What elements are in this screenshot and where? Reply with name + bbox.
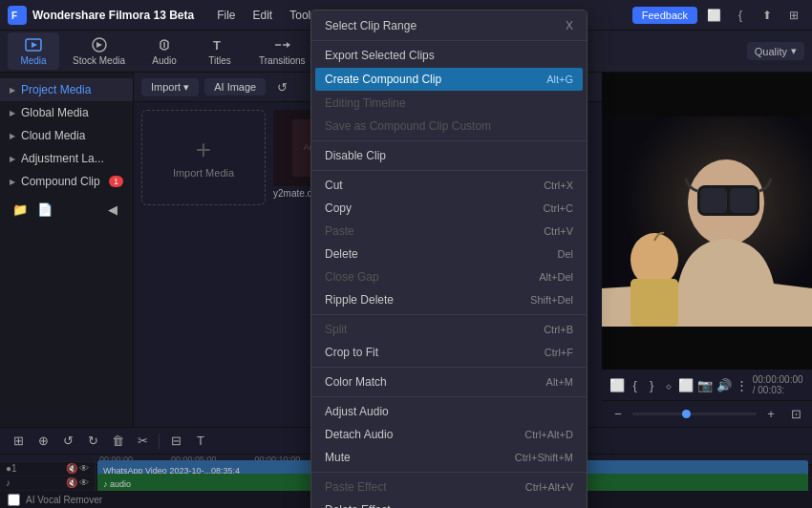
ctx-item-cut[interactable]: CutCtrl+X bbox=[311, 174, 587, 197]
app-title: Wondershare Filmora 13 Beta bbox=[32, 9, 194, 22]
top-right-controls: Feedback ⬜ { ⬆ ⊞ bbox=[632, 5, 804, 26]
preview-settings-icon[interactable]: ⋮ bbox=[736, 374, 748, 395]
ctx-item-export-selected-clips[interactable]: Export Selected Clips bbox=[311, 44, 587, 67]
ctx-divider-16 bbox=[311, 367, 587, 368]
ctx-item-color-match[interactable]: Color MatchAlt+M bbox=[311, 370, 587, 393]
text-tool-icon[interactable]: T bbox=[190, 431, 211, 452]
tool-titles[interactable]: T Titles bbox=[194, 32, 246, 70]
ctx-item-delete-effect[interactable]: Delete Effect bbox=[311, 498, 587, 508]
ctx-item-paste: PasteCtrl+V bbox=[311, 220, 587, 243]
zoom-handle[interactable] bbox=[682, 410, 691, 418]
app-logo: F Wondershare Filmora 13 Beta bbox=[8, 6, 194, 25]
preview-screen-icon[interactable]: ⬜ bbox=[678, 374, 694, 395]
divider bbox=[159, 434, 160, 449]
svg-marker-6 bbox=[287, 42, 290, 48]
ai-image-button[interactable]: AI Image bbox=[204, 78, 266, 95]
magnet-icon[interactable]: ⊕ bbox=[32, 431, 53, 452]
ai-vocal-checkbox[interactable] bbox=[8, 494, 20, 506]
ctx-item-detach-audio[interactable]: Detach AudioCtrl+Alt+D bbox=[311, 423, 587, 446]
timeline-tracks: ●1 🔇 👁 ♪ 🔇 👁 bbox=[0, 455, 96, 491]
delete-icon[interactable]: 🗑 bbox=[107, 431, 128, 452]
track-1-number: ●1 bbox=[6, 463, 17, 474]
tool-transitions[interactable]: Transitions bbox=[249, 32, 315, 70]
split-icon[interactable]: ⊟ bbox=[165, 431, 186, 452]
upload-icon[interactable]: ⬆ bbox=[757, 5, 778, 26]
ctx-item-split: SplitCtrl+B bbox=[311, 318, 587, 341]
ctx-item-mute[interactable]: MuteCtrl+Shift+M bbox=[311, 446, 587, 469]
preview-crop-icon[interactable]: ⬜ bbox=[609, 374, 625, 395]
zoom-slider[interactable] bbox=[632, 413, 757, 415]
tool-stock-media[interactable]: Stock Media bbox=[63, 32, 135, 70]
sidebar-item-global-media[interactable]: ▶ Global Media bbox=[0, 101, 133, 124]
monitor-icon[interactable]: ⬜ bbox=[703, 5, 724, 26]
sidebar-file-icon[interactable]: 📄 bbox=[34, 199, 55, 220]
context-menu-close[interactable]: X bbox=[566, 19, 573, 32]
chevron-down-icon: ▾ bbox=[791, 45, 797, 57]
preview-screenshot-icon[interactable]: 📷 bbox=[697, 374, 713, 395]
sidebar-item-compound-clip[interactable]: ▶ Compound Clip 1 bbox=[0, 170, 133, 193]
zoom-in-icon[interactable]: + bbox=[760, 404, 781, 425]
sidebar-adjustment-label: Adjustment La... bbox=[21, 152, 104, 165]
sidebar-collapse-icon[interactable]: ◀ bbox=[102, 199, 123, 220]
ctx-item-delete[interactable]: DeleteDel bbox=[311, 243, 587, 265]
audio-icon bbox=[156, 36, 173, 53]
bracket-icon[interactable]: { bbox=[730, 5, 751, 26]
refresh-icon[interactable]: ↺ bbox=[271, 76, 292, 97]
sidebar-item-project-media[interactable]: ▶ Project Media bbox=[0, 78, 133, 101]
ctx-divider-6 bbox=[311, 170, 587, 171]
sidebar-item-adjustment-la[interactable]: ▶ Adjustment La... bbox=[0, 147, 133, 170]
ctx-item-adjust-audio[interactable]: Adjust Audio bbox=[311, 400, 587, 423]
ctx-divider-4 bbox=[311, 140, 587, 141]
tool-audio[interactable]: Audio bbox=[139, 32, 190, 70]
titles-icon: T bbox=[211, 36, 228, 53]
import-media-box[interactable]: + Import Media bbox=[141, 110, 266, 205]
zoom-out-icon[interactable]: − bbox=[608, 404, 629, 425]
ctx-item-editing-timeline: Editing Timeline bbox=[311, 92, 587, 115]
ctx-item-disable-clip[interactable]: Disable Clip bbox=[311, 144, 587, 167]
ctx-item-paste-effect: Paste EffectCtrl+Alt+V bbox=[311, 476, 587, 498]
undo-group-icon[interactable]: ⊞ bbox=[8, 431, 29, 452]
import-button[interactable]: Import ▾ bbox=[141, 78, 199, 96]
feedback-button[interactable]: Feedback bbox=[632, 7, 697, 24]
sidebar-project-media-label: Project Media bbox=[21, 83, 91, 96]
preview-timecode: 00:00:00:00 / 00:03: bbox=[753, 374, 804, 395]
track-2-visible-icon[interactable]: 👁 bbox=[79, 477, 89, 488]
ctx-item-crop-to-fit[interactable]: Crop to FitCtrl+F bbox=[311, 341, 587, 364]
filmora-icon: F bbox=[8, 6, 27, 25]
preview-audio-icon[interactable]: 🔊 bbox=[716, 374, 732, 395]
svg-marker-3 bbox=[32, 42, 37, 48]
ctx-item-ripple-delete[interactable]: Ripple DeleteShift+Del bbox=[311, 288, 587, 311]
compound-clip-badge: 1 bbox=[109, 176, 123, 187]
ai-vocal-label[interactable]: AI Vocal Remover bbox=[26, 495, 102, 505]
track-2-mute-icon[interactable]: 🔇 bbox=[66, 477, 77, 488]
ctx-item-create-compound-clip[interactable]: Create Compound ClipAlt+G bbox=[315, 68, 583, 91]
preview-bracket-right-icon[interactable]: } bbox=[645, 374, 657, 395]
import-media-label: Import Media bbox=[173, 167, 234, 179]
preview-image-svg bbox=[602, 116, 812, 327]
redo-icon[interactable]: ↻ bbox=[82, 431, 103, 452]
context-menu-title: Select Clip Range bbox=[325, 19, 417, 32]
sidebar-folder-icon[interactable]: 📁 bbox=[10, 199, 31, 220]
tool-audio-label: Audio bbox=[152, 55, 177, 66]
fit-icon[interactable]: ⊡ bbox=[785, 404, 806, 425]
tool-media[interactable]: Media bbox=[8, 32, 59, 70]
track-visible-icon[interactable]: 👁 bbox=[79, 463, 89, 474]
track-mute-icon[interactable]: 🔇 bbox=[66, 463, 77, 474]
sidebar-item-cloud-media[interactable]: ▶ Cloud Media bbox=[0, 124, 133, 147]
menu-edit[interactable]: Edit bbox=[246, 7, 281, 24]
preview-extract-icon[interactable]: ⬦ bbox=[662, 374, 674, 395]
quality-selector[interactable]: Quality ▾ bbox=[747, 42, 804, 60]
menu-file[interactable]: File bbox=[209, 7, 243, 24]
ctx-item-copy[interactable]: CopyCtrl+C bbox=[311, 197, 587, 220]
svg-text:T: T bbox=[213, 38, 221, 53]
context-menu-items: Export Selected ClipsCreate Compound Cli… bbox=[311, 44, 587, 508]
grid-icon[interactable]: ⊞ bbox=[783, 5, 804, 26]
arrow-icon: ▶ bbox=[10, 132, 15, 140]
track-2-icons: 🔇 👁 bbox=[66, 477, 89, 488]
audio-clip-label: ♪ audio bbox=[103, 479, 131, 489]
cut-icon[interactable]: ✂ bbox=[132, 431, 153, 452]
preview-bracket-left-icon[interactable]: { bbox=[629, 374, 641, 395]
tool-stock-label: Stock Media bbox=[73, 55, 125, 66]
undo-icon[interactable]: ↺ bbox=[57, 431, 78, 452]
stock-media-icon bbox=[91, 36, 108, 53]
